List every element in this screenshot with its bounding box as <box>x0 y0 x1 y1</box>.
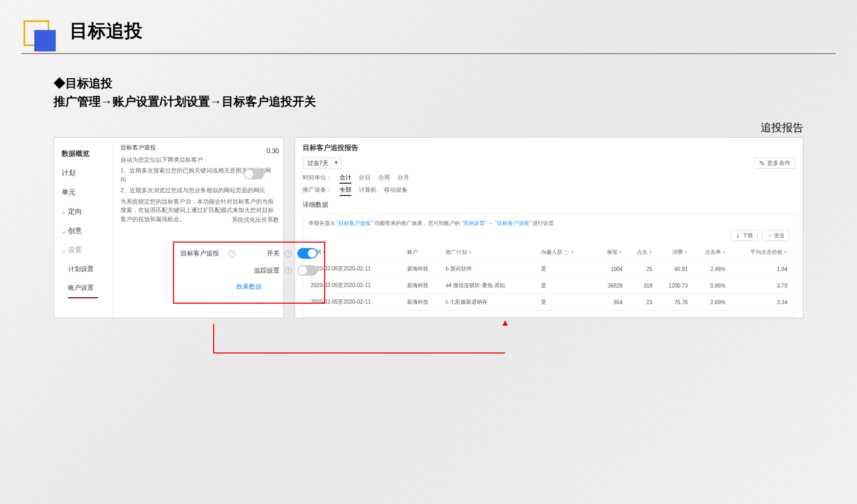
sort-icon: ⇅ <box>570 250 574 255</box>
cell-account: 新海科技 <box>405 261 443 277</box>
sidebar-item-label: 创意 <box>68 226 82 236</box>
report-table: 时间⇅ 账户 推广计划⇅ 兴趣人群?⇅ 展现⇅ 点击⇅ 消费⇅ 点击率⇅ 平均点… <box>309 244 790 311</box>
cell-impr: 36828 <box>595 277 625 294</box>
cell-plan: c 七彩服装进销存 <box>443 294 539 311</box>
sidebar-item-unit[interactable]: 单元 <box>54 183 112 202</box>
report-title: 目标客户追投报告 <box>303 143 795 153</box>
track-label: 追踪设置 <box>254 266 280 275</box>
sidebar-item-plan[interactable]: 计划 <box>54 163 112 183</box>
col-impr[interactable]: 展现⇅ <box>595 244 625 261</box>
page-header: 目标追投 <box>0 0 857 49</box>
cell-plan: b 医药软件 <box>443 261 539 277</box>
value-030: 0.30 <box>267 147 279 155</box>
cell-crowd: 是 <box>539 277 595 294</box>
tooltip-p2: 2、近期多次浏览过您或与您业务相似的网站页面的网民 <box>121 186 276 195</box>
track-row: 追踪设置 ? <box>181 265 318 276</box>
sort-icon: ⇅ <box>722 250 726 255</box>
tab-daily[interactable]: 分日 <box>359 174 371 184</box>
arrow-icon: → <box>488 220 493 226</box>
sidebar-item-creative[interactable]: ⌄创意 <box>54 221 112 240</box>
accent-blue-box <box>34 30 56 51</box>
desc-text: 功能带来的推广效果，您可到账户的 <box>374 220 460 226</box>
chevron-down-icon: ⌄ <box>62 228 66 234</box>
help-icon[interactable]: ? <box>285 250 292 257</box>
tooltip-title: 目标客户追投 <box>121 143 276 152</box>
float-toggle-off[interactable] <box>244 169 264 182</box>
cell-crowd: 是 <box>539 294 595 311</box>
sidebar-item-settings[interactable]: ⌄设置 <box>54 240 112 260</box>
col-click[interactable]: 点击⇅ <box>625 244 654 261</box>
annotation-arrow-line <box>213 324 505 353</box>
desc-highlight: "目标客户追投" <box>495 220 531 226</box>
send-button[interactable]: → 发送 <box>762 230 790 241</box>
sidebar-item-label: 计划设置 <box>68 265 94 274</box>
help-icon: ? <box>563 250 568 255</box>
sidebar-item-label: 数据概览 <box>62 149 89 159</box>
sidebar-item-overview[interactable]: 数据概览 <box>54 144 112 163</box>
highlight-box: 目标客户追投 ? 开关 ? 追踪设置 ? 效果数据 <box>173 242 325 304</box>
table-row[interactable]: 2020-02-05至2020-02-11新海科技a4 微信连锁软-最低-原始是… <box>309 277 790 294</box>
desc-text: 进行设置 <box>532 220 554 226</box>
filter-row: 过去7天 更多条件 <box>303 157 795 169</box>
effect-data-link[interactable]: 效果数据 <box>236 282 262 291</box>
track-toggle-off[interactable] <box>297 265 318 276</box>
time-unit-tabs: 时间单位： 合计 分日 分周 分月 <box>303 174 795 184</box>
tab-total[interactable]: 合计 <box>340 174 351 184</box>
description-box: 本报告显示 "目标客户追投" 功能带来的推广效果，您可到账户的 "其他设置" →… <box>303 214 795 317</box>
cell-ctr: 2.49% <box>690 261 727 277</box>
col-cost[interactable]: 消费⇅ <box>655 244 690 261</box>
table-row[interactable]: 2020-02-05至2020-02-11新海科技b 医药软件是10042545… <box>309 261 790 277</box>
left-sidebar: 数据概览 计划 单元 ⌄定向 ⌄创意 ⌄设置 计划设置 账户设置 <box>54 138 113 318</box>
cell-click: 23 <box>625 294 654 311</box>
col-plan[interactable]: 推广计划⇅ <box>443 244 539 261</box>
table-row[interactable]: 2020-02-05至2020-02-11新海科技c 七彩服装进销存是85423… <box>309 294 790 311</box>
sidebar-item-plan-settings[interactable]: 计划设置 <box>54 260 112 279</box>
cell-account: 新海科技 <box>405 277 443 294</box>
settings-content: 目标客户追投 自动为您定位以下两类目标客户： 1、近期多次搜索过您的已购关键词或… <box>113 138 283 318</box>
help-icon[interactable]: ? <box>229 250 236 257</box>
cell-cost: 1200.73 <box>655 277 690 294</box>
sort-icon: ⇅ <box>784 250 787 255</box>
cell-cpc: 3.34 <box>728 294 790 311</box>
download-button[interactable]: ⭳ 下载 <box>731 230 758 241</box>
desc-text: 本报告显示 <box>309 220 335 226</box>
sidebar-item-label: 计划 <box>62 168 76 178</box>
col-account[interactable]: 账户 <box>405 244 443 261</box>
tab-monthly[interactable]: 分月 <box>397 174 409 184</box>
subhead-line2: 推广管理→账户设置/计划设置→目标客户追投开关 <box>54 94 803 110</box>
table-actions: ⭳ 下载 → 发送 <box>309 230 790 241</box>
page-title: 目标追投 <box>70 19 836 43</box>
sidebar-item-account-settings[interactable]: 账户设置 <box>54 279 112 297</box>
switch-label: 开关 <box>267 249 280 258</box>
tab-mobile[interactable]: 移动设备 <box>384 186 408 196</box>
cell-cpc: 1.84 <box>728 261 790 277</box>
coefficient-label: 系统优化出价系数 <box>232 216 279 224</box>
active-underline <box>68 297 98 298</box>
help-icon[interactable]: ? <box>285 267 292 274</box>
cell-impr: 1004 <box>595 261 625 277</box>
settings-title: 目标客户追投 <box>181 249 223 258</box>
cell-cost: 76.76 <box>655 294 690 311</box>
sidebar-item-targeting[interactable]: ⌄定向 <box>54 202 112 221</box>
cell-crowd: 是 <box>539 261 595 277</box>
tab-weekly[interactable]: 分周 <box>378 174 390 184</box>
col-ctr[interactable]: 点击率⇅ <box>690 244 727 261</box>
report-panel: 目标客户追投报告 过去7天 更多条件 时间单位： 合计 分日 分周 分月 推广设… <box>295 137 803 318</box>
tab-computer[interactable]: 计算机 <box>359 186 377 196</box>
date-range-select[interactable]: 过去7天 <box>303 157 342 169</box>
subhead-line1: ◆目标追投 <box>54 76 803 92</box>
cell-account: 新海科技 <box>405 294 443 311</box>
chevron-down-icon: ⌄ <box>62 209 66 215</box>
report-label: 追投报告 <box>0 115 857 137</box>
download-label: 下载 <box>742 232 753 238</box>
switch-toggle-on[interactable] <box>297 248 318 259</box>
more-conditions-button[interactable]: 更多条件 <box>754 157 795 169</box>
time-unit-label: 时间单位： <box>303 174 332 184</box>
col-cpc[interactable]: 平均点击价格⇅ <box>728 244 790 261</box>
detail-data-label: 详细数据 <box>303 200 795 209</box>
col-crowd[interactable]: 兴趣人群?⇅ <box>539 244 595 261</box>
cell-click: 25 <box>625 261 654 277</box>
sidebar-item-label: 账户设置 <box>68 283 94 292</box>
sort-icon: ⇅ <box>468 250 472 255</box>
tab-all-devices[interactable]: 全部 <box>340 186 351 196</box>
